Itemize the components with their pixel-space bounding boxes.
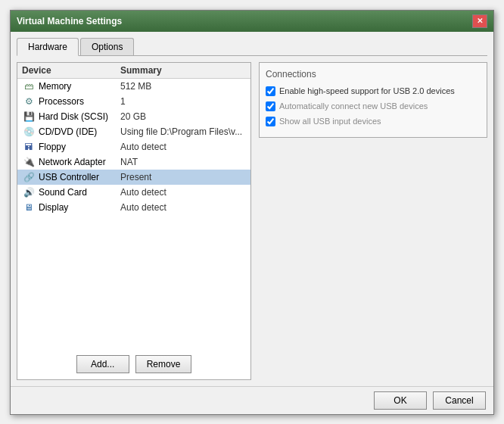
device-row-sound[interactable]: 🔊 Sound Card Auto detect (17, 185, 250, 200)
checkbox-usb2[interactable] (266, 86, 275, 96)
cpu-icon: ⚙ (22, 95, 36, 108)
main-window: Virtual Machine Settings ✕ Hardware Opti… (10, 10, 494, 415)
device-row-display[interactable]: 🖥 Display Auto detect (17, 200, 250, 215)
checkbox-row-auto-connect: Automatically connect new USB devices (266, 101, 481, 111)
device-name-sound: Sound Card (39, 187, 120, 198)
device-name-harddisk: Hard Disk (SCSI) (39, 111, 120, 122)
col-summary-header: Summary (120, 65, 246, 76)
cancel-button[interactable]: Cancel (433, 391, 486, 410)
connections-panel: Connections Enable high-speed support fo… (259, 62, 487, 139)
tab-bar: Hardware Options (17, 38, 487, 56)
main-area: Device Summary 🗃 Memory 512 MB ⚙ Process… (17, 62, 487, 380)
device-panel-buttons: Add... Remove (17, 349, 250, 379)
device-name-network: Network Adapter (39, 157, 120, 167)
device-summary-memory: 512 MB (120, 81, 246, 92)
device-summary-cddvd: Using file D:\Program Files\v... (120, 126, 246, 137)
device-row-harddisk[interactable]: 💾 Hard Disk (SCSI) 20 GB (17, 109, 250, 124)
device-summary-harddisk: 20 GB (120, 111, 246, 122)
checkbox-label-auto-connect[interactable]: Automatically connect new USB devices (279, 101, 428, 111)
window-footer: OK Cancel (11, 386, 493, 414)
checkbox-auto-connect[interactable] (266, 101, 275, 111)
device-row-network[interactable]: 🔌 Network Adapter NAT (17, 154, 250, 170)
checkbox-label-usb2[interactable]: Enable high-speed support for USB 2.0 de… (279, 86, 455, 96)
device-name-cddvd: CD/DVD (IDE) (39, 126, 120, 137)
cd-icon: 💿 (22, 126, 36, 138)
connections-title: Connections (266, 69, 481, 80)
checkbox-row-usb2: Enable high-speed support for USB 2.0 de… (266, 86, 481, 96)
device-summary-network: NAT (120, 157, 246, 167)
device-table-header: Device Summary (17, 63, 250, 79)
title-bar-controls: ✕ (472, 14, 487, 28)
remove-button[interactable]: Remove (135, 355, 192, 373)
network-icon: 🔌 (22, 156, 36, 168)
checkbox-show-all[interactable] (266, 117, 275, 126)
hdd-icon: 💾 (22, 111, 36, 123)
memory-icon: 🗃 (22, 80, 36, 92)
device-row-processors[interactable]: ⚙ Processors 1 (17, 94, 250, 109)
close-button[interactable]: ✕ (472, 14, 487, 28)
device-name-floppy: Floppy (39, 142, 120, 152)
device-row-memory[interactable]: 🗃 Memory 512 MB (17, 79, 250, 94)
usb-icon: 🔗 (22, 171, 36, 183)
col-device-header: Device (22, 65, 120, 76)
device-summary-processors: 1 (120, 96, 246, 107)
ok-button[interactable]: OK (374, 391, 427, 410)
window-content: Hardware Options Device Summary 🗃 Memory… (11, 32, 493, 386)
tab-hardware[interactable]: Hardware (17, 38, 79, 56)
device-name-memory: Memory (39, 81, 120, 92)
tab-options[interactable]: Options (80, 38, 134, 55)
display-icon: 🖥 (22, 201, 36, 214)
device-summary-sound: Auto detect (120, 187, 246, 198)
device-summary-floppy: Auto detect (120, 142, 246, 152)
checkbox-row-show-all: Show all USB input devices (266, 116, 481, 126)
device-list: 🗃 Memory 512 MB ⚙ Processors 1 💾 Hard Di… (17, 79, 250, 349)
device-summary-display: Auto detect (120, 202, 246, 213)
add-button[interactable]: Add... (76, 355, 129, 373)
device-name-display: Display (39, 202, 120, 213)
floppy-icon: 🖬 (22, 141, 36, 153)
device-row-usb[interactable]: 🔗 USB Controller Present (17, 170, 250, 185)
sound-icon: 🔊 (22, 186, 36, 198)
device-summary-usb: Present (120, 172, 246, 182)
device-row-cddvd[interactable]: 💿 CD/DVD (IDE) Using file D:\Program Fil… (17, 124, 250, 139)
device-name-processors: Processors (39, 96, 120, 107)
window-title: Virtual Machine Settings (17, 16, 122, 26)
checkbox-label-show-all[interactable]: Show all USB input devices (279, 116, 381, 126)
title-bar: Virtual Machine Settings ✕ (11, 11, 493, 32)
device-name-usb: USB Controller (39, 172, 120, 182)
device-panel: Device Summary 🗃 Memory 512 MB ⚙ Process… (17, 62, 251, 380)
device-row-floppy[interactable]: 🖬 Floppy Auto detect (17, 139, 250, 154)
